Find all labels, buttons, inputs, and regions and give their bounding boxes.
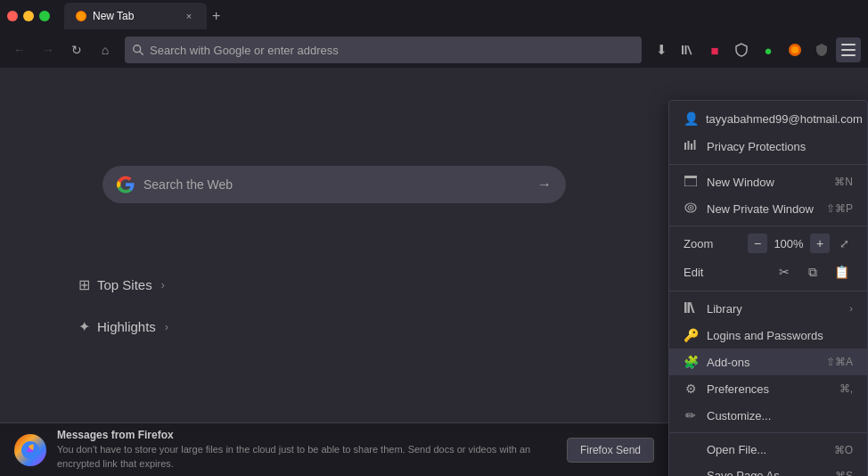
privacy-protections-label: Privacy Protections bbox=[707, 140, 853, 153]
back-button[interactable]: ← bbox=[7, 37, 32, 62]
paste-button[interactable]: 📋 bbox=[830, 260, 853, 283]
zoom-value: 100% bbox=[773, 237, 805, 250]
search-arrow-icon: → bbox=[537, 176, 552, 193]
active-tab[interactable]: New Tab × bbox=[64, 3, 207, 29]
svg-rect-20 bbox=[684, 302, 687, 313]
library-label: Library bbox=[707, 302, 840, 316]
home-button[interactable]: ⌂ bbox=[93, 37, 118, 62]
open-file-shortcut: ⌘O bbox=[834, 444, 853, 456]
svg-rect-21 bbox=[688, 302, 691, 313]
google-search-container: → bbox=[102, 166, 566, 203]
logins-label: Logins and Passwords bbox=[707, 329, 853, 342]
new-private-window-item[interactable]: New Private Window ⇧⌘P bbox=[669, 195, 867, 222]
highlights-arrow-icon: › bbox=[165, 321, 168, 333]
zoom-controls: − 100% + ⤢ bbox=[748, 234, 853, 253]
preferences-item[interactable]: ⚙ Preferences ⌘, bbox=[669, 375, 867, 402]
highlights-icon: ✦ bbox=[78, 318, 90, 335]
page-wrapper: → ⊞ Top Sites › ✦ Highlights › bbox=[0, 68, 868, 476]
account-menu-item[interactable]: 👤 tayyabahmed99@hotmail.com › bbox=[669, 104, 867, 133]
account-email: tayyabahmed99@hotmail.com bbox=[706, 112, 863, 126]
new-window-item[interactable]: New Window ⌘N bbox=[669, 168, 867, 195]
cut-button[interactable]: ✂ bbox=[773, 260, 796, 283]
svg-rect-4 bbox=[685, 45, 687, 54]
customize-icon: ✏ bbox=[684, 408, 698, 423]
fox-button[interactable] bbox=[782, 37, 807, 62]
maximize-button[interactable] bbox=[39, 11, 50, 21]
save-page-shortcut: ⌘S bbox=[835, 470, 853, 477]
svg-rect-3 bbox=[682, 45, 684, 54]
add-ons-shortcut: ⇧⌘A bbox=[826, 356, 853, 368]
google-search-bar[interactable]: → bbox=[102, 166, 566, 203]
edit-label: Edit bbox=[684, 266, 766, 279]
shield-button[interactable] bbox=[729, 37, 754, 62]
address-bar[interactable] bbox=[125, 37, 642, 63]
preferences-label: Preferences bbox=[707, 382, 831, 396]
divider-4 bbox=[669, 432, 867, 433]
svg-rect-13 bbox=[691, 144, 692, 150]
svg-rect-8 bbox=[841, 49, 856, 51]
svg-rect-7 bbox=[841, 44, 856, 45]
reload-button[interactable]: ↻ bbox=[64, 37, 89, 62]
copy-button[interactable]: ⧉ bbox=[801, 260, 824, 283]
zoom-label: Zoom bbox=[684, 237, 741, 250]
tab-close-button[interactable]: × bbox=[182, 9, 196, 23]
shield2-button[interactable] bbox=[809, 37, 834, 62]
privacy-icon bbox=[684, 139, 698, 154]
url-input[interactable] bbox=[150, 44, 631, 57]
add-ons-label: Add-ons bbox=[707, 356, 817, 369]
google-search-input[interactable] bbox=[143, 177, 528, 192]
svg-line-2 bbox=[140, 52, 143, 55]
download-button[interactable]: ⬇ bbox=[649, 37, 674, 62]
edit-row: Edit ✂ ⧉ 📋 bbox=[669, 257, 867, 287]
toolbar-icons: ⬇ ■ ● bbox=[649, 37, 861, 62]
new-window-icon bbox=[684, 175, 698, 189]
top-sites-icon: ⊞ bbox=[78, 276, 90, 293]
edit-controls: ✂ ⧉ 📋 bbox=[773, 260, 853, 283]
svg-point-19 bbox=[690, 207, 692, 209]
zoom-expand-button[interactable]: ⤢ bbox=[835, 234, 853, 252]
add-ons-item[interactable]: 🧩 Add-ons ⇧⌘A bbox=[669, 349, 867, 375]
privacy-protections-item[interactable]: Privacy Protections bbox=[669, 133, 867, 160]
library-arrow-icon: › bbox=[849, 303, 853, 314]
new-tab-button[interactable]: + bbox=[207, 8, 225, 24]
notification-bar: Messages from Firefox You don't have to … bbox=[0, 423, 668, 476]
notification-icon bbox=[14, 434, 46, 466]
pocket-button[interactable]: ■ bbox=[702, 37, 727, 62]
top-sites-item[interactable]: ⊞ Top Sites › bbox=[71, 273, 176, 297]
left-panel: → ⊞ Top Sites › ✦ Highlights › bbox=[0, 68, 668, 476]
tab-favicon bbox=[75, 10, 87, 22]
private-window-label: New Private Window bbox=[707, 202, 817, 216]
private-window-icon bbox=[684, 201, 698, 216]
google-logo bbox=[117, 176, 135, 193]
customize-item[interactable]: ✏ Customize... bbox=[669, 402, 867, 429]
new-window-label: New Window bbox=[707, 176, 825, 189]
forward-button[interactable]: → bbox=[36, 37, 61, 62]
svg-rect-16 bbox=[684, 176, 697, 178]
zoom-out-button[interactable]: − bbox=[748, 234, 767, 253]
zoom-in-button[interactable]: + bbox=[810, 234, 830, 253]
svg-point-6 bbox=[791, 46, 798, 53]
window-controls bbox=[7, 11, 50, 21]
open-file-item[interactable]: Open File... ⌘O bbox=[669, 437, 867, 463]
menu-button[interactable] bbox=[836, 37, 861, 62]
minimize-button[interactable] bbox=[23, 11, 34, 21]
monitor-button[interactable]: ● bbox=[756, 37, 781, 62]
title-bar: New Tab × + bbox=[0, 0, 868, 32]
highlights-item[interactable]: ✦ Highlights › bbox=[71, 315, 176, 339]
top-sites-arrow-icon: › bbox=[161, 279, 165, 291]
svg-rect-14 bbox=[694, 140, 696, 150]
private-window-shortcut: ⇧⌘P bbox=[826, 202, 853, 215]
logins-passwords-item[interactable]: 🔑 Logins and Passwords bbox=[669, 322, 867, 349]
svg-rect-11 bbox=[684, 143, 686, 150]
search-icon bbox=[132, 44, 144, 56]
divider-2 bbox=[669, 226, 867, 226]
notification-title: Messages from Firefox bbox=[57, 429, 556, 441]
notification-button[interactable]: Firefox Send bbox=[567, 438, 654, 463]
library-item[interactable]: Library › bbox=[669, 295, 867, 322]
save-page-item[interactable]: Save Page As... ⌘S bbox=[669, 463, 867, 476]
library-button[interactable] bbox=[676, 37, 700, 62]
close-button[interactable] bbox=[7, 11, 18, 21]
notification-content: Messages from Firefox You don't have to … bbox=[57, 429, 556, 471]
zoom-row: Zoom − 100% + ⤢ bbox=[669, 230, 867, 257]
new-window-shortcut: ⌘N bbox=[834, 176, 853, 188]
